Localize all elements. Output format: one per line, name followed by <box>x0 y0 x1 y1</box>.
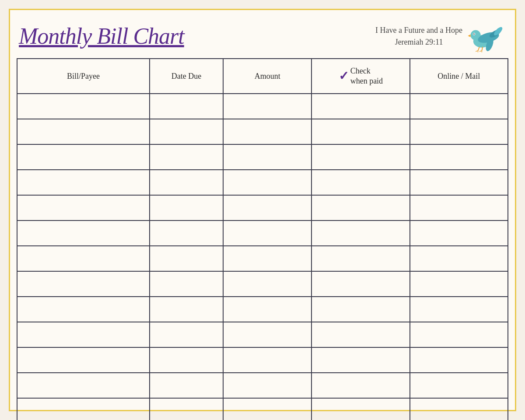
table-cell <box>410 220 508 246</box>
col-header-date: Date Due <box>150 59 223 94</box>
page-title: Monthly Bill Chart <box>19 24 184 49</box>
table-cell <box>223 373 312 398</box>
table-cell <box>17 220 150 246</box>
table-cell <box>17 144 150 170</box>
table-cell <box>312 119 410 144</box>
header-right: I Have a Future and a Hope Jeremiah 29:1… <box>375 19 506 54</box>
table-cell <box>312 195 410 220</box>
col-header-bill: Bill/Payee <box>17 59 150 94</box>
table-cell <box>150 170 223 195</box>
col-header-check: ✓ Check when paid <box>312 59 410 94</box>
table-cell <box>410 347 508 373</box>
table-row <box>17 347 508 373</box>
bird-icon <box>467 19 506 54</box>
table-cell <box>223 220 312 246</box>
svg-marker-2 <box>468 35 470 37</box>
table-cell <box>223 322 312 347</box>
table-cell <box>410 297 508 322</box>
table-cell <box>17 373 150 398</box>
table-row <box>17 170 508 195</box>
table-cell <box>223 144 312 170</box>
table-row <box>17 322 508 347</box>
table-cell <box>312 246 410 271</box>
table-cell <box>150 322 223 347</box>
table-cell <box>410 119 508 144</box>
table-cell <box>150 144 223 170</box>
table-cell <box>150 271 223 297</box>
table-cell <box>312 322 410 347</box>
table-cell <box>150 119 223 144</box>
table-cell <box>17 347 150 373</box>
col-header-online: Online / Mail <box>410 59 508 94</box>
table-body <box>17 94 508 420</box>
table-cell <box>17 398 150 420</box>
table-cell <box>410 322 508 347</box>
col-header-amount: Amount <box>223 59 312 94</box>
table-row <box>17 220 508 246</box>
table-cell <box>223 119 312 144</box>
table-cell <box>410 271 508 297</box>
table-cell <box>410 94 508 119</box>
table-cell <box>223 246 312 271</box>
table-cell <box>223 398 312 420</box>
table-cell <box>312 398 410 420</box>
tagline-line1: I Have a Future and a Hope <box>375 24 462 36</box>
svg-line-10 <box>478 47 480 51</box>
table-cell <box>312 271 410 297</box>
table-cell <box>312 94 410 119</box>
table-cell <box>410 195 508 220</box>
check-header-text: Check when paid <box>350 66 383 87</box>
table-cell <box>17 297 150 322</box>
table-cell <box>410 373 508 398</box>
table-cell <box>312 373 410 398</box>
table-cell <box>150 246 223 271</box>
tagline-line2: Jeremiah 29:11 <box>375 36 462 48</box>
table-cell <box>223 271 312 297</box>
table-cell <box>17 170 150 195</box>
table-cell <box>17 322 150 347</box>
svg-point-5 <box>474 33 475 34</box>
table-cell <box>410 144 508 170</box>
table-cell <box>312 297 410 322</box>
table-cell <box>223 347 312 373</box>
table-cell <box>223 297 312 322</box>
bill-chart-table: Bill/Payee Date Due Amount ✓ Check w <box>17 58 508 420</box>
table-cell <box>150 195 223 220</box>
table-cell <box>312 144 410 170</box>
table-row <box>17 373 508 398</box>
checkmark-icon: ✓ <box>339 70 349 82</box>
table-cell <box>223 94 312 119</box>
table-cell <box>150 94 223 119</box>
table-cell <box>312 347 410 373</box>
table-cell <box>17 195 150 220</box>
table-cell <box>150 347 223 373</box>
tagline: I Have a Future and a Hope Jeremiah 29:1… <box>375 24 462 48</box>
table-row <box>17 144 508 170</box>
svg-line-12 <box>476 51 478 52</box>
table-cell <box>410 398 508 420</box>
table-container: Bill/Payee Date Due Amount ✓ Check w <box>10 58 515 420</box>
table-cell <box>17 271 150 297</box>
table-cell <box>312 170 410 195</box>
table-cell <box>150 220 223 246</box>
table-row <box>17 398 508 420</box>
table-row <box>17 271 508 297</box>
table-cell <box>17 246 150 271</box>
header: Monthly Bill Chart I Have a Future and a… <box>10 10 515 58</box>
table-header-row: Bill/Payee Date Due Amount ✓ Check w <box>17 59 508 94</box>
check-header-content: ✓ Check when paid <box>315 66 406 87</box>
table-row <box>17 119 508 144</box>
table-cell <box>410 246 508 271</box>
table-cell <box>17 119 150 144</box>
table-row <box>17 297 508 322</box>
table-row <box>17 195 508 220</box>
table-cell <box>150 297 223 322</box>
svg-line-14 <box>480 51 482 52</box>
table-cell <box>312 220 410 246</box>
table-cell <box>150 398 223 420</box>
table-cell <box>17 94 150 119</box>
page-container: Monthly Bill Chart I Have a Future and a… <box>9 9 516 411</box>
table-row <box>17 246 508 271</box>
table-row <box>17 94 508 119</box>
table-cell <box>223 195 312 220</box>
